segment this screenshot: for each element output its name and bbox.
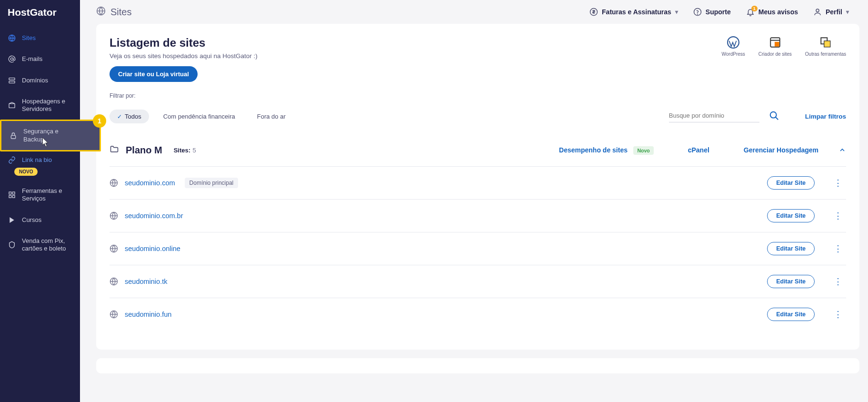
sidebar-item-hosting[interactable]: Hospedagens e Servidores — [0, 91, 80, 120]
main-domain-badge: Domínio principal — [185, 178, 239, 188]
svg-rect-8 — [9, 196, 11, 198]
chevron-up-icon[interactable] — [838, 146, 846, 154]
grid-icon — [8, 191, 16, 199]
site-row: seudominio.com.br Editar Site ⋮ — [110, 200, 846, 232]
bell-icon: 1 — [746, 8, 755, 16]
sidebar-item-security[interactable]: Segurança e Backup — [0, 120, 101, 151]
kebab-menu[interactable]: ⋮ — [830, 243, 846, 254]
shield-icon — [8, 241, 16, 249]
sidebar-item-label: Cursos — [22, 216, 41, 224]
sidebar-item-tools[interactable]: Ferramentas e Serviços — [0, 181, 80, 210]
edit-site-button[interactable]: Editar Site — [767, 242, 815, 255]
help-icon — [693, 8, 702, 16]
svg-rect-3 — [9, 81, 15, 83]
chevron-down-icon: ▾ — [675, 9, 678, 15]
sidebar: HostGator Sites E-mails Domínios Hospeda — [0, 0, 80, 402]
page-title-text: Sites — [110, 7, 131, 18]
site-domain-link[interactable]: seudominio.tk — [125, 278, 167, 285]
filter-chip-all[interactable]: ✓Todos — [110, 110, 149, 123]
user-icon — [813, 8, 822, 16]
topbar-notices[interactable]: 1 Meus avisos — [740, 5, 804, 19]
site-domain-link[interactable]: seudominio.com.br — [125, 212, 183, 220]
filter-chip-offline[interactable]: Fora do ar — [249, 110, 293, 123]
tool-other[interactable]: Outras ferramentas — [805, 36, 846, 82]
kebab-menu[interactable]: ⋮ — [830, 178, 846, 188]
tool-builder[interactable]: Criador de sites — [758, 36, 792, 82]
filter-chip-pending[interactable]: Com pendência financeira — [156, 110, 243, 123]
site-domain-link[interactable]: seudominio.online — [125, 245, 180, 252]
sidebar-item-label: Link na bio — [22, 156, 52, 164]
edit-site-button[interactable]: Editar Site — [767, 209, 815, 222]
svg-point-20 — [770, 111, 776, 118]
novo-pill: Novo — [633, 146, 653, 155]
plan-sites-label: Sites: — [174, 147, 190, 154]
sidebar-item-domains[interactable]: Domínios — [0, 70, 80, 91]
site-row: seudominio.online Editar Site ⋮ — [110, 232, 846, 265]
server-icon — [8, 77, 16, 84]
kebab-menu[interactable]: ⋮ — [830, 309, 846, 320]
svg-rect-2 — [9, 78, 15, 80]
sidebar-item-label: Sites — [22, 34, 36, 42]
builder-icon — [769, 36, 781, 49]
main-area: Sites Faturas e Assinaturas ▾ Suporte — [80, 0, 868, 402]
svg-rect-6 — [9, 192, 11, 194]
plan-sites-count: 5 — [193, 147, 196, 154]
tool-label: Outras ferramentas — [805, 51, 846, 57]
site-row: seudominio.fun Editar Site ⋮ — [110, 298, 846, 331]
sidebar-item-sell[interactable]: Venda com Pix, cartões e boleto — [0, 231, 80, 260]
sidebar-item-courses[interactable]: Cursos — [0, 210, 80, 231]
edit-site-button[interactable]: Editar Site — [767, 308, 815, 321]
plan-header: Plano M Sites: 5 Desempenho de sites Nov… — [110, 144, 846, 167]
plan-name: Plano M — [126, 145, 162, 156]
topbar-profile[interactable]: Perfil ▾ — [808, 5, 855, 19]
sidebar-item-label: E-mails — [22, 55, 42, 63]
box-icon — [8, 101, 16, 109]
search-input-wrap — [669, 111, 759, 122]
novo-badge: NOVO — [0, 166, 80, 176]
sidebar-item-label: Ferramentas e Serviços — [22, 187, 72, 203]
topbar: Sites Faturas e Assinaturas ▾ Suporte — [80, 0, 868, 24]
filter-label: Filtrar por: — [110, 92, 846, 99]
topbar-support[interactable]: Suporte — [688, 5, 737, 19]
topbar-invoices[interactable]: Faturas e Assinaturas ▾ — [584, 5, 684, 19]
sidebar-item-linkbio[interactable]: Link na bio — [0, 151, 80, 166]
chevron-down-icon: ▾ — [846, 9, 849, 15]
edit-site-button[interactable]: Editar Site — [767, 176, 815, 190]
tool-wordpress[interactable]: WordPress — [722, 36, 745, 82]
topbar-support-label: Suporte — [706, 8, 731, 16]
notice-badge: 1 — [751, 6, 758, 11]
plan-manage-link[interactable]: Gerenciar Hospedagem — [744, 146, 818, 154]
search-input[interactable] — [669, 112, 759, 119]
sidebar-item-label: Segurança e Backup — [23, 128, 79, 143]
cursor-icon — [42, 138, 49, 147]
check-icon: ✓ — [117, 113, 122, 120]
site-domain-link[interactable]: seudominio.com — [125, 179, 175, 187]
globe-icon — [110, 310, 118, 319]
listing-subtitle: Veja os seus sites hospedados aqui na Ho… — [110, 52, 722, 60]
sidebar-item-sites[interactable]: Sites — [0, 28, 80, 49]
content-card: Listagem de sites Veja os seus sites hos… — [96, 24, 859, 350]
tool-icons: WordPress Criador de sites Outras ferram… — [722, 36, 846, 82]
site-domain-link[interactable]: seudominio.fun — [125, 311, 171, 318]
svg-rect-9 — [12, 196, 15, 198]
globe-icon — [110, 211, 118, 220]
svg-rect-5 — [11, 135, 15, 139]
svg-rect-4 — [9, 104, 15, 108]
kebab-menu[interactable]: ⋮ — [830, 276, 846, 287]
plan-cpanel-link[interactable]: cPanel — [688, 146, 709, 154]
sidebar-item-label: Venda com Pix, cartões e boleto — [22, 237, 72, 253]
play-icon — [8, 216, 16, 224]
svg-rect-19 — [824, 41, 830, 47]
sidebar-item-emails[interactable]: E-mails — [0, 49, 80, 70]
clear-filters-link[interactable]: Limpar filtros — [805, 113, 846, 120]
plan-performance-link[interactable]: Desempenho de sites Novo — [559, 146, 654, 154]
search-button[interactable] — [769, 111, 779, 123]
filter-row: ✓Todos Com pendência financeira Fora do … — [110, 110, 846, 123]
globe-icon — [110, 179, 118, 187]
kebab-menu[interactable]: ⋮ — [830, 211, 846, 221]
edit-site-button[interactable]: Editar Site — [767, 275, 815, 288]
dollar-icon — [589, 8, 598, 16]
create-site-button[interactable]: Criar site ou Loja virtual — [110, 66, 198, 82]
svg-point-13 — [697, 14, 698, 14]
topbar-profile-label: Perfil — [826, 8, 842, 16]
